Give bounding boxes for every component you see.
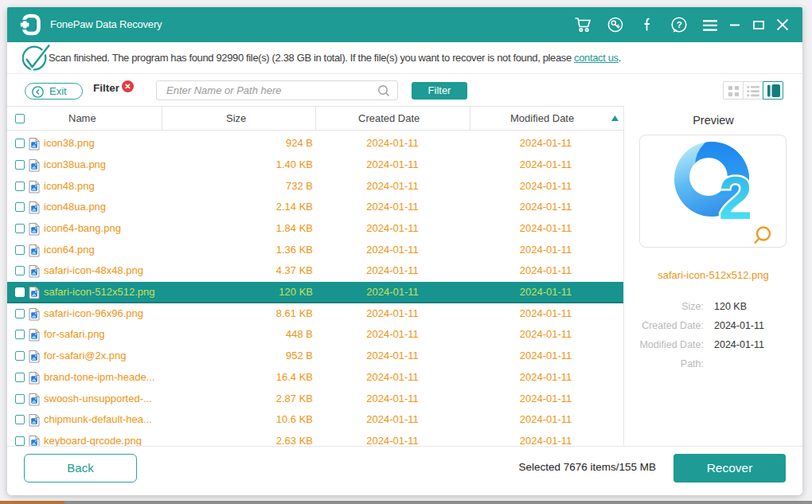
svg-text:?: ?: [677, 20, 682, 29]
svg-text:2: 2: [719, 164, 752, 221]
